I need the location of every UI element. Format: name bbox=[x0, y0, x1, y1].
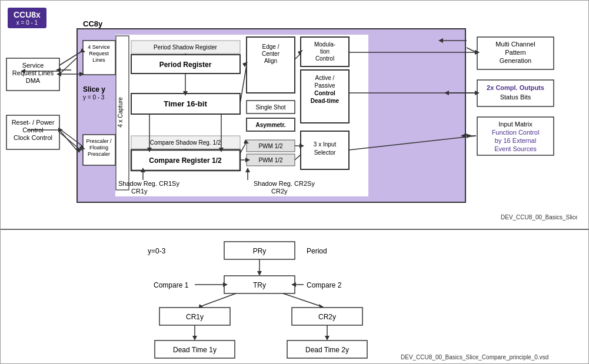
svg-text:Dead Time 1y: Dead Time 1y bbox=[173, 346, 217, 354]
svg-text:Asymmetr.: Asymmetr. bbox=[255, 122, 285, 128]
svg-text:Compare 2: Compare 2 bbox=[307, 281, 342, 289]
svg-text:Floating: Floating bbox=[89, 145, 108, 151]
svg-text:DEV_CCU8_00_Basics_Slice_Compa: DEV_CCU8_00_Basics_Slice_Compare_princip… bbox=[401, 354, 548, 360]
svg-text:CR2y: CR2y bbox=[271, 188, 288, 195]
bottom-diagram-container: PRy y=0-3 Period TRy Compare 1 Compare 2 bbox=[1, 230, 588, 363]
svg-text:Edge /: Edge / bbox=[262, 44, 279, 50]
svg-text:PWM 1/2: PWM 1/2 bbox=[258, 143, 283, 149]
svg-text:tion: tion bbox=[320, 48, 330, 55]
svg-line-145 bbox=[201, 293, 236, 306]
svg-text:Shadow Reg. CR2Sy: Shadow Reg. CR2Sy bbox=[254, 180, 315, 187]
svg-text:Input Matrix: Input Matrix bbox=[498, 121, 533, 128]
svg-text:CR1y: CR1y bbox=[131, 188, 148, 195]
svg-text:Pattern: Pattern bbox=[505, 49, 525, 56]
svg-text:Period: Period bbox=[307, 247, 327, 255]
svg-text:CR1y: CR1y bbox=[186, 313, 204, 321]
svg-text:4 x Capture: 4 x Capture bbox=[117, 97, 124, 128]
svg-marker-107 bbox=[465, 133, 471, 138]
svg-line-76 bbox=[467, 48, 476, 52]
svg-text:Timer 16-bit: Timer 16-bit bbox=[164, 99, 207, 108]
svg-text:CC8y: CC8y bbox=[83, 19, 103, 28]
svg-text:Align: Align bbox=[264, 58, 277, 64]
svg-text:Event Sources: Event Sources bbox=[494, 145, 537, 152]
svg-text:Multi Channel: Multi Channel bbox=[495, 41, 535, 48]
svg-text:3 x Input: 3 x Input bbox=[314, 141, 337, 148]
svg-text:Active /: Active / bbox=[315, 75, 335, 81]
top-diagram-svg: CC8y Slice y y = 0 - 3 4 x Capture 4 Ser… bbox=[1, 1, 577, 221]
svg-text:Request Lines: Request Lines bbox=[12, 69, 54, 76]
svg-line-147 bbox=[283, 293, 321, 306]
svg-text:DMA: DMA bbox=[26, 77, 41, 84]
svg-text:Single Shot: Single Shot bbox=[255, 104, 285, 111]
svg-text:Generation: Generation bbox=[500, 57, 531, 64]
svg-text:Request: Request bbox=[89, 51, 109, 56]
svg-text:CR2y: CR2y bbox=[318, 313, 336, 321]
svg-text:Control: Control bbox=[315, 55, 334, 62]
svg-text:Center: Center bbox=[262, 51, 280, 57]
svg-text:by 16 External: by 16 External bbox=[495, 137, 536, 144]
svg-text:Slice y: Slice y bbox=[83, 85, 105, 93]
svg-text:Dead Time 2y: Dead Time 2y bbox=[305, 346, 349, 354]
svg-text:DEV_CCU8_00_Basics_Slice_Compa: DEV_CCU8_00_Basics_Slice_Compare.vsd bbox=[501, 214, 577, 221]
svg-text:Service: Service bbox=[22, 62, 44, 69]
svg-text:Reset- / Power: Reset- / Power bbox=[12, 119, 55, 126]
bottom-diagram-svg: PRy y=0-3 Period TRy Compare 1 Compare 2 bbox=[1, 230, 577, 362]
svg-text:Period Register: Period Register bbox=[159, 61, 212, 69]
svg-marker-136 bbox=[257, 271, 262, 276]
svg-text:Prescaler: Prescaler bbox=[88, 151, 110, 157]
svg-text:Prescaler /: Prescaler / bbox=[86, 138, 112, 144]
svg-text:Clock Control: Clock Control bbox=[14, 134, 52, 141]
svg-text:Selector: Selector bbox=[314, 149, 336, 156]
top-diagram: CCU8x x = 0 - 1 CC8y Slice y y = 0 - 3 4… bbox=[1, 1, 588, 230]
svg-text:Dead-time: Dead-time bbox=[311, 98, 340, 104]
svg-text:Modula-: Modula- bbox=[314, 41, 335, 48]
svg-text:4 Service: 4 Service bbox=[88, 44, 110, 50]
svg-text:Passive: Passive bbox=[314, 82, 335, 89]
svg-marker-154 bbox=[192, 336, 197, 340]
svg-text:PRy: PRy bbox=[253, 247, 267, 255]
svg-text:TRy: TRy bbox=[253, 281, 266, 289]
svg-text:Shadow Reg. CR1Sy: Shadow Reg. CR1Sy bbox=[118, 180, 179, 187]
svg-text:PWM 1/2: PWM 1/2 bbox=[258, 157, 283, 163]
svg-text:Compare 1: Compare 1 bbox=[154, 281, 189, 289]
svg-text:Period Shadow Register: Period Shadow Register bbox=[154, 44, 218, 51]
svg-text:Function Control: Function Control bbox=[492, 129, 540, 136]
svg-marker-156 bbox=[325, 336, 330, 340]
svg-text:y = 0 - 3: y = 0 - 3 bbox=[83, 94, 105, 101]
svg-text:Compare Shadow Reg. 1/2: Compare Shadow Reg. 1/2 bbox=[150, 139, 221, 146]
svg-text:Lines: Lines bbox=[92, 57, 105, 63]
svg-text:Status Bits: Status Bits bbox=[500, 93, 531, 101]
svg-text:Control: Control bbox=[314, 90, 335, 96]
svg-text:2x Compl. Outputs: 2x Compl. Outputs bbox=[487, 84, 544, 91]
svg-text:Compare Register 1/2: Compare Register 1/2 bbox=[149, 156, 222, 165]
svg-text:y=0-3: y=0-3 bbox=[148, 247, 166, 255]
